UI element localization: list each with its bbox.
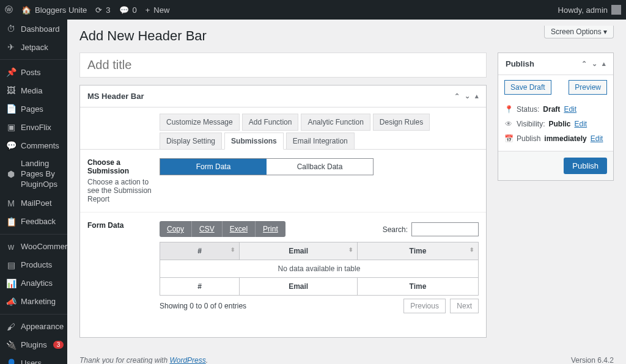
sidebar-item-pages[interactable]: 📄Pages bbox=[0, 100, 67, 118]
admin-bar: ⓦ 🏠 Bloggers Unite ⟳ 3 💬 0 + New Howdy, … bbox=[0, 0, 626, 20]
publish-button[interactable]: Publish bbox=[564, 158, 607, 174]
sidebar-item-envoflix[interactable]: ▣EnvoFlix bbox=[0, 118, 67, 136]
sidebar-item-comments[interactable]: 💬Comments bbox=[0, 136, 67, 155]
menu-label: Feedback bbox=[21, 217, 56, 226]
sidebar-item-jetpack[interactable]: ✈Jetpack bbox=[0, 38, 67, 56]
search-label: Search: bbox=[383, 225, 408, 234]
edit-visibility-link[interactable]: Edit bbox=[574, 120, 587, 128]
previous-button[interactable]: Previous bbox=[403, 299, 446, 313]
new-content[interactable]: + New bbox=[145, 5, 170, 15]
updates[interactable]: ⟳ 3 bbox=[95, 5, 110, 15]
howdy-user[interactable]: Howdy, admin bbox=[558, 5, 621, 15]
wordpress-link[interactable]: WordPress bbox=[169, 356, 205, 364]
col-index[interactable]: #⬍ bbox=[160, 242, 240, 260]
submissions-table: #⬍ Email⬍ Time⬍ No data available in tab… bbox=[160, 242, 479, 296]
menu-icon: 📄 bbox=[6, 104, 16, 114]
tab-add-function[interactable]: Add Function bbox=[242, 114, 299, 131]
save-draft-button[interactable]: Save Draft bbox=[504, 80, 551, 95]
menu-label: Comments bbox=[21, 141, 59, 150]
metabox-up-icon[interactable]: ⌃ bbox=[454, 92, 460, 100]
site-name[interactable]: 🏠 Bloggers Unite bbox=[21, 5, 87, 15]
preview-button[interactable]: Preview bbox=[569, 80, 607, 95]
admin-footer: Thank you for creating with WordPress. V… bbox=[79, 338, 614, 364]
edit-schedule-link[interactable]: Edit bbox=[591, 134, 603, 143]
version-text: Version 6.4.2 bbox=[571, 356, 614, 364]
metabox-tabs: Customize MessageAdd FunctionAnalytic Fu… bbox=[80, 107, 486, 150]
tab-email-integration[interactable]: Email Integration bbox=[286, 133, 355, 150]
menu-label: Media bbox=[21, 86, 42, 95]
menu-icon: 💬 bbox=[6, 140, 16, 150]
eye-icon: 👁 bbox=[504, 120, 513, 128]
sidebar-item-marketing[interactable]: 📣Marketing bbox=[0, 293, 67, 311]
menu-label: Posts bbox=[21, 68, 41, 77]
menu-icon: 👤 bbox=[6, 359, 16, 364]
menu-label: WooCommerce bbox=[21, 242, 67, 251]
metabox-up-icon[interactable]: ⌃ bbox=[581, 60, 587, 68]
page-title: Add New Header Bar bbox=[79, 28, 614, 44]
menu-icon: 📊 bbox=[6, 278, 16, 288]
next-button[interactable]: Next bbox=[450, 299, 479, 313]
menu-label: Analytics bbox=[21, 278, 53, 288]
datatable-info: Showing 0 to 0 of 0 entries bbox=[160, 302, 246, 310]
tab-analytic-function[interactable]: Analytic Function bbox=[301, 114, 370, 131]
col-time[interactable]: Time⬍ bbox=[358, 242, 479, 260]
excel-button[interactable]: Excel bbox=[223, 221, 256, 237]
footer-col-time: Time bbox=[358, 278, 479, 296]
main-content: Screen Options ▾ Add New Header Bar MS H… bbox=[67, 20, 626, 364]
avatar bbox=[611, 5, 621, 15]
sidebar-item-mailpoet[interactable]: MMailPoet bbox=[0, 194, 67, 213]
menu-icon: ⬢ bbox=[6, 169, 16, 179]
sort-icon: ⬍ bbox=[348, 247, 353, 253]
sidebar-item-appearance[interactable]: 🖌Appearance bbox=[0, 314, 67, 336]
sidebar-item-analytics[interactable]: 📊Analytics bbox=[0, 274, 67, 293]
admin-sidebar: ⏱Dashboard✈Jetpack📌Posts🖼Media📄Pages▣Env… bbox=[0, 20, 67, 364]
edit-status-link[interactable]: Edit bbox=[564, 105, 576, 114]
menu-label: Dashboard bbox=[21, 24, 60, 34]
choose-submission-desc: Choose a action to see the Submission Re… bbox=[87, 178, 160, 203]
footer-col-index: # bbox=[160, 278, 240, 296]
sidebar-item-users[interactable]: 👤Users bbox=[0, 354, 67, 364]
menu-label: Jetpack bbox=[21, 43, 48, 52]
copy-button[interactable]: Copy bbox=[160, 221, 192, 237]
sidebar-item-woocommerce[interactable]: wWooCommerce bbox=[0, 234, 67, 256]
print-button[interactable]: Print bbox=[256, 221, 285, 237]
menu-icon: ✈ bbox=[6, 42, 16, 52]
post-title-input[interactable] bbox=[79, 53, 487, 78]
menu-label: Plugins bbox=[21, 340, 47, 349]
form-data-section-label: Form Data bbox=[87, 221, 160, 230]
csv-button[interactable]: CSV bbox=[192, 221, 223, 237]
sidebar-item-posts[interactable]: 📌Posts bbox=[0, 59, 67, 81]
sidebar-item-dashboard[interactable]: ⏱Dashboard bbox=[0, 20, 67, 38]
metabox-down-icon[interactable]: ⌄ bbox=[592, 60, 597, 68]
menu-label: Appearance bbox=[21, 322, 64, 331]
menu-icon: w bbox=[6, 242, 16, 252]
publish-metabox: Publish ⌃ ⌄ ▴ Save Draft Preview 📍 Statu… bbox=[498, 53, 614, 181]
submission-type-toggle: Form Data Callback Data bbox=[160, 158, 374, 175]
footer-col-email: Email bbox=[240, 278, 358, 296]
metabox-down-icon[interactable]: ⌄ bbox=[465, 92, 470, 100]
sidebar-item-landing-pages-by-pluginops[interactable]: ⬢Landing Pages By PluginOps bbox=[0, 155, 67, 194]
sidebar-item-media[interactable]: 🖼Media bbox=[0, 81, 67, 100]
tab-design-rules[interactable]: Design Rules bbox=[373, 114, 430, 131]
tab-submissions[interactable]: Submissions bbox=[224, 133, 284, 150]
callback-data-toggle[interactable]: Callback Data bbox=[267, 159, 373, 175]
metabox-toggle-icon[interactable]: ▴ bbox=[475, 92, 479, 100]
metabox-toggle-icon[interactable]: ▴ bbox=[602, 60, 606, 68]
ms-header-bar-metabox: MS Header Bar ⌃ ⌄ ▴ Customize MessageAdd… bbox=[79, 85, 487, 338]
publish-title: Publish bbox=[506, 59, 534, 68]
pin-icon: 📍 bbox=[504, 105, 513, 114]
col-email[interactable]: Email⬍ bbox=[240, 242, 358, 260]
sidebar-item-products[interactable]: ▤Products bbox=[0, 256, 67, 274]
tab-customize-message[interactable]: Customize Message bbox=[160, 114, 240, 131]
wp-logo[interactable]: ⓦ bbox=[5, 4, 13, 15]
update-badge: 3 bbox=[53, 341, 64, 349]
sidebar-item-plugins[interactable]: 🔌Plugins3 bbox=[0, 336, 67, 354]
datatable-search-input[interactable] bbox=[411, 222, 479, 236]
comments-count[interactable]: 💬 0 bbox=[119, 5, 137, 15]
tab-display-setting[interactable]: Display Setting bbox=[160, 133, 222, 150]
menu-label: Landing Pages By PluginOps bbox=[21, 159, 61, 190]
sidebar-item-feedback[interactable]: 📋Feedback bbox=[0, 213, 67, 231]
form-data-toggle[interactable]: Form Data bbox=[160, 159, 267, 175]
sort-icon: ⬍ bbox=[470, 247, 474, 253]
screen-options-toggle[interactable]: Screen Options ▾ bbox=[544, 26, 614, 38]
